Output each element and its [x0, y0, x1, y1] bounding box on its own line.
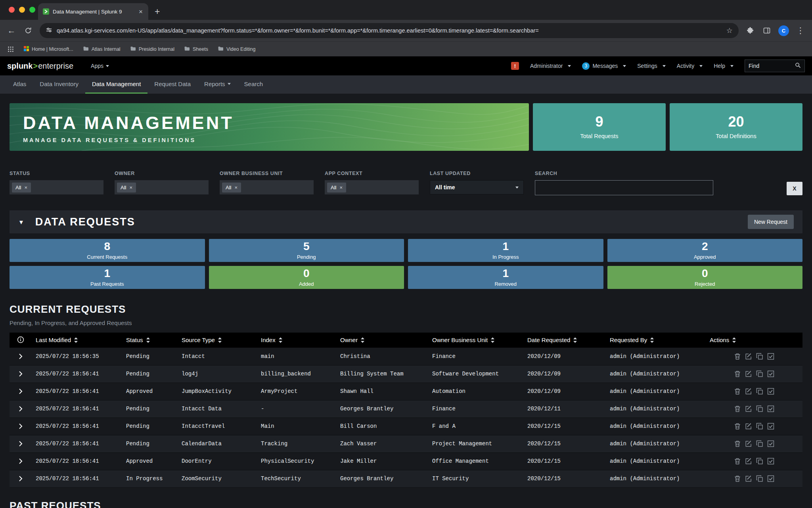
filter-chip[interactable]: All ×	[117, 183, 136, 192]
status-filter[interactable]: All ×	[10, 180, 103, 194]
delete-icon[interactable]	[734, 353, 741, 360]
expand-row-button[interactable]	[16, 387, 25, 396]
tab-close-icon[interactable]: ×	[138, 8, 144, 15]
delete-icon[interactable]	[734, 388, 741, 395]
nav-tab[interactable]: Reports	[197, 75, 237, 94]
url-text[interactable]: qa94.atlas.kgi-services.com/en-US/app/at…	[57, 27, 722, 34]
owner-filter[interactable]: All ×	[115, 180, 209, 194]
expand-row-button[interactable]	[16, 369, 25, 379]
back-icon[interactable]: ←	[6, 25, 17, 36]
copy-icon[interactable]	[756, 423, 763, 430]
bookmark-item[interactable]: Home | Microsoft...	[24, 46, 73, 52]
bookmark-item[interactable]: Atlas Internal	[83, 46, 121, 52]
nav-tab[interactable]: Atlas	[6, 75, 33, 94]
edit-icon[interactable]	[745, 458, 752, 465]
last-updated-select[interactable]: All time	[430, 180, 524, 194]
help-menu[interactable]: Help	[714, 63, 733, 69]
column-header[interactable]: Source Type	[178, 333, 257, 348]
copy-icon[interactable]	[756, 475, 763, 482]
edit-icon[interactable]	[745, 370, 752, 377]
column-header[interactable]: Date Requested	[523, 333, 606, 348]
nav-tab[interactable]: Data Management	[85, 75, 147, 94]
reload-icon[interactable]	[23, 25, 33, 36]
edit-icon[interactable]	[745, 475, 752, 482]
apps-grid-icon[interactable]	[7, 46, 14, 53]
filter-chip[interactable]: All ×	[222, 183, 241, 192]
edit-icon[interactable]	[745, 440, 752, 447]
expand-row-button[interactable]	[16, 421, 25, 431]
omnibox[interactable]: qa94.atlas.kgi-services.com/en-US/app/at…	[40, 23, 739, 38]
window-close-button[interactable]	[9, 7, 15, 13]
expand-row-button[interactable]	[16, 404, 25, 414]
search-icon[interactable]	[795, 62, 801, 69]
nav-tab[interactable]: Data Inventory	[33, 75, 85, 94]
site-settings-icon[interactable]	[46, 27, 52, 35]
collapse-icon[interactable]: ▼	[18, 219, 24, 225]
nav-tab[interactable]: Search	[237, 75, 270, 94]
browser-tab[interactable]: Data Management | Splunk 9 ×	[38, 3, 148, 20]
delete-icon[interactable]	[734, 440, 741, 447]
expand-row-button[interactable]	[16, 439, 25, 448]
profile-avatar[interactable]: C	[778, 25, 789, 36]
approve-icon[interactable]	[767, 405, 774, 412]
chip-remove-icon[interactable]: ×	[129, 185, 132, 190]
copy-icon[interactable]	[756, 458, 763, 465]
column-header[interactable]: Owner	[336, 333, 428, 348]
column-header[interactable]: Requested By	[606, 333, 706, 348]
filter-chip[interactable]: All ×	[12, 183, 31, 192]
activity-menu[interactable]: Activity	[677, 63, 703, 69]
window-minimize-button[interactable]	[19, 7, 25, 13]
extensions-icon[interactable]	[745, 25, 755, 36]
settings-menu[interactable]: Settings	[637, 63, 666, 69]
chip-remove-icon[interactable]: ×	[24, 185, 27, 190]
approve-icon[interactable]	[767, 475, 774, 482]
bookmark-item[interactable]: Presidio Internal	[130, 46, 174, 52]
filter-chip[interactable]: All ×	[327, 183, 346, 192]
clear-filters-button[interactable]: X	[787, 182, 802, 195]
edit-icon[interactable]	[745, 423, 752, 430]
column-header[interactable]: Owner Business Unit	[428, 333, 523, 348]
expand-row-button[interactable]	[16, 352, 25, 361]
copy-icon[interactable]	[756, 405, 763, 412]
copy-icon[interactable]	[756, 353, 763, 360]
messages-menu[interactable]: 3 Messages	[582, 62, 626, 70]
column-header[interactable]: Actions	[706, 333, 802, 348]
delete-icon[interactable]	[734, 423, 741, 430]
side-panel-icon[interactable]	[762, 25, 772, 36]
copy-icon[interactable]	[756, 370, 763, 377]
delete-icon[interactable]	[734, 475, 741, 482]
browser-menu-icon[interactable]: ⋮	[795, 25, 806, 36]
delete-icon[interactable]	[734, 370, 741, 377]
edit-icon[interactable]	[745, 388, 752, 395]
edit-icon[interactable]	[745, 353, 752, 360]
apps-menu[interactable]: Apps	[91, 63, 109, 69]
expand-row-button[interactable]	[16, 474, 25, 483]
new-request-button[interactable]: New Request	[748, 215, 794, 229]
info-column-header[interactable]	[10, 333, 32, 348]
new-tab-button[interactable]: +	[155, 7, 160, 16]
approve-icon[interactable]	[767, 440, 774, 447]
chip-remove-icon[interactable]: ×	[234, 185, 237, 190]
chip-remove-icon[interactable]: ×	[339, 185, 343, 190]
delete-icon[interactable]	[734, 405, 741, 412]
approve-icon[interactable]	[767, 423, 774, 430]
bookmark-item[interactable]: Video Editing	[218, 46, 255, 52]
approve-icon[interactable]	[767, 370, 774, 377]
bookmark-item[interactable]: Sheets	[184, 46, 208, 52]
copy-icon[interactable]	[756, 388, 763, 395]
health-alert-icon[interactable]: !	[511, 62, 519, 70]
find-input[interactable]	[749, 63, 793, 69]
column-header[interactable]: Last Modified	[32, 333, 122, 348]
find-search[interactable]	[745, 60, 805, 72]
edit-icon[interactable]	[745, 405, 752, 412]
approve-icon[interactable]	[767, 353, 774, 360]
column-header[interactable]: Index	[257, 333, 336, 348]
app-context-filter[interactable]: All ×	[325, 180, 419, 194]
search-input[interactable]	[535, 180, 713, 195]
column-header[interactable]: Status	[122, 333, 178, 348]
delete-icon[interactable]	[734, 458, 741, 465]
bookmark-star-icon[interactable]: ☆	[726, 26, 733, 35]
nav-tab[interactable]: Request Data	[147, 75, 197, 94]
approve-icon[interactable]	[767, 458, 774, 465]
owner-business-unit-filter[interactable]: All ×	[220, 180, 314, 194]
